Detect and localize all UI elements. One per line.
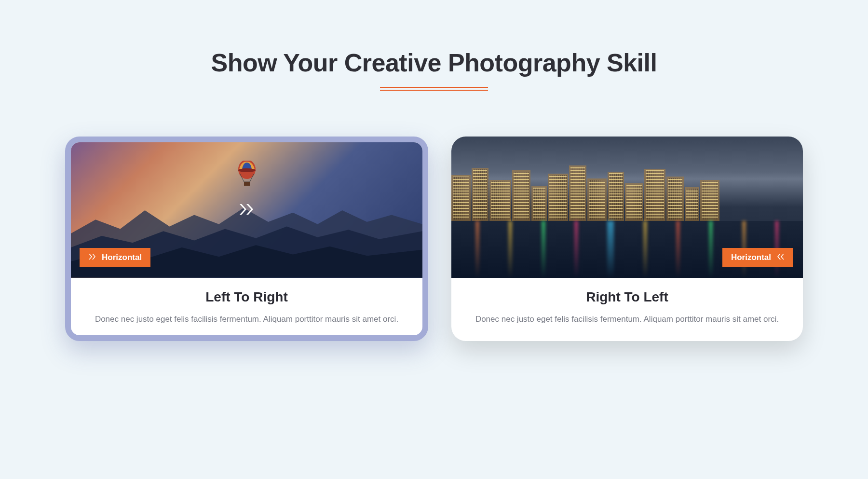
horizontal-badge-right[interactable]: Horizontal [722, 248, 793, 267]
main-container: Show Your Creative Photography Skill [0, 0, 868, 341]
card-description: Donec nec justo eget felis facilisis fer… [465, 313, 789, 326]
double-chevron-left-icon [776, 253, 785, 262]
city-scene: Horizontal [451, 137, 803, 278]
card-image-balloon: Horizontal [71, 142, 422, 278]
page-heading: Show Your Creative Photography Skill [65, 48, 803, 77]
balloon-scene: Horizontal [71, 142, 422, 278]
divider-line-1 [380, 87, 488, 88]
card-right-to-left[interactable]: Horizontal Right To Left Donec nec justo… [451, 137, 803, 341]
card-description: Donec nec justo eget felis facilisis fer… [79, 313, 415, 326]
badge-label: Horizontal [731, 253, 771, 262]
cards-row: Horizontal Left To Right Donec nec justo… [65, 137, 803, 341]
badge-label: Horizontal [102, 253, 142, 262]
heading-divider [380, 87, 488, 91]
card-body: Right To Left Donec nec justo eget felis… [451, 278, 803, 341]
double-chevron-right-icon [88, 253, 97, 262]
card-title: Left To Right [79, 289, 415, 305]
card-left-to-right[interactable]: Horizontal Left To Right Donec nec justo… [65, 137, 428, 341]
svg-point-1 [238, 168, 256, 172]
svg-rect-2 [244, 182, 250, 186]
card-title: Right To Left [465, 289, 789, 305]
hot-air-balloon-icon [235, 161, 258, 192]
card-body: Left To Right Donec nec justo eget felis… [71, 278, 422, 335]
double-chevron-right-icon [239, 203, 255, 218]
card-image-city: Horizontal [451, 137, 803, 278]
heading-wrapper: Show Your Creative Photography Skill [65, 48, 803, 91]
city-buildings-graphic [451, 165, 803, 221]
divider-line-2 [380, 90, 488, 91]
horizontal-badge-left[interactable]: Horizontal [80, 248, 150, 267]
